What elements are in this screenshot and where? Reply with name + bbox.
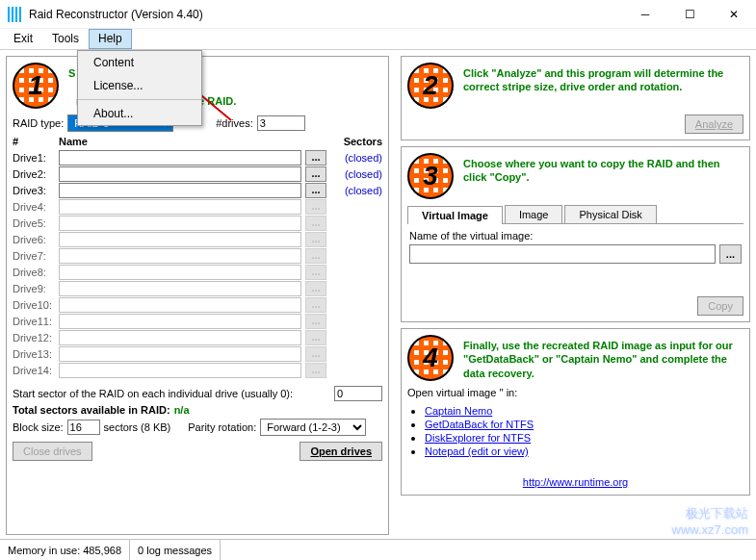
- tab-physical-disk[interactable]: Physical Disk: [564, 205, 656, 223]
- drive-browse-button: ...: [305, 232, 326, 247]
- help-about[interactable]: About...: [78, 102, 201, 125]
- step-1-circle: 1: [13, 63, 59, 109]
- drive-label: Drive9:: [13, 283, 59, 294]
- start-sector-label: Start sector of the RAID on each individ…: [13, 388, 330, 399]
- drive-sector-value: (closed): [330, 168, 382, 180]
- copy-button[interactable]: Copy: [697, 296, 743, 316]
- menu-tools[interactable]: Tools: [42, 29, 89, 49]
- drive-browse-button: ...: [305, 199, 326, 215]
- drive-label: Drive13:: [13, 348, 59, 360]
- col-sectors: Sectors: [330, 136, 382, 147]
- drive-name-input: [59, 330, 301, 345]
- drive-browse-button: ...: [305, 363, 326, 378]
- drive-browse-button: ...: [305, 314, 326, 329]
- drive-name-input: [59, 281, 301, 296]
- drive-name-input: [59, 297, 301, 313]
- drive-browse-button: ...: [305, 216, 326, 231]
- step-3-circle: 3: [407, 153, 454, 199]
- drive-sector-value: (closed): [330, 152, 382, 164]
- drive-name-input: [59, 314, 301, 329]
- drive-browse-button[interactable]: ...: [305, 166, 326, 182]
- link-getdataback[interactable]: GetDataBack for NTFS: [425, 419, 743, 430]
- drive-label: Drive7:: [13, 250, 59, 262]
- drive-row: Drive2:...(closed): [13, 165, 382, 182]
- drive-row: Drive7:...: [13, 247, 382, 264]
- step-2-circle: 2: [407, 63, 454, 109]
- window-title: Raid Reconstructor (Version 4.40): [29, 8, 623, 21]
- drive-row: Drive8:...: [13, 264, 382, 280]
- parity-rotation-label: Parity rotation:: [188, 421, 256, 433]
- drive-browse-button: ...: [305, 346, 326, 362]
- total-sectors-value: n/a: [174, 404, 190, 416]
- separator: [78, 99, 201, 100]
- app-icon: [8, 7, 23, 22]
- link-runtime[interactable]: http://www.runtime.org: [407, 476, 743, 488]
- step-4-text: Finally, use the recreated RAID image as…: [463, 335, 743, 381]
- menubar: Exit Tools Help: [0, 29, 756, 50]
- drive-name-input[interactable]: [59, 183, 301, 198]
- drive-label: Drive14:: [13, 365, 59, 376]
- help-license[interactable]: License...: [78, 74, 201, 97]
- drive-name-input[interactable]: [59, 150, 301, 165]
- start-sector-input[interactable]: [334, 386, 382, 401]
- drive-name-input: [59, 346, 301, 362]
- drive-name-input: [59, 265, 301, 280]
- block-size-label: Block size:: [13, 421, 64, 433]
- link-captain-nemo[interactable]: Captain Nemo: [425, 405, 743, 417]
- virtual-image-input[interactable]: [409, 244, 716, 264]
- drive-row: Drive10:...: [13, 296, 382, 313]
- titlebar: Raid Reconstructor (Version 4.40) ─ ☐ ✕: [0, 0, 756, 29]
- drive-label: Drive4:: [13, 201, 59, 213]
- drive-label: Drive1:: [13, 152, 59, 164]
- drives-count-input[interactable]: [257, 115, 305, 131]
- status-log: 0 log messages: [130, 540, 221, 560]
- drive-browse-button: ...: [305, 297, 326, 313]
- drive-label: Drive10:: [13, 299, 59, 311]
- virtual-image-browse-button[interactable]: ...: [719, 244, 742, 264]
- menu-help[interactable]: Help: [89, 29, 132, 49]
- drive-browse-button: ...: [305, 265, 326, 280]
- menu-exit[interactable]: Exit: [4, 29, 42, 49]
- total-sectors-label: Total sectors available in RAID:: [13, 404, 170, 416]
- drive-label: Drive12:: [13, 332, 59, 344]
- drive-row: Drive5:...: [13, 215, 382, 231]
- drive-label: Drive5:: [13, 217, 59, 229]
- virtual-image-label: Name of the virtual image:: [409, 230, 742, 242]
- link-notepad[interactable]: Notepad (edit or view): [425, 445, 743, 457]
- help-content[interactable]: Content: [78, 51, 201, 74]
- step-4-circle: 4: [407, 335, 454, 381]
- drive-row: Drive13:...: [13, 345, 382, 362]
- link-diskexplorer[interactable]: DiskExplorer for NTFS: [425, 432, 743, 444]
- drive-label: Drive2:: [13, 168, 59, 180]
- drive-row: Drive11:...: [13, 313, 382, 329]
- tab-image[interactable]: Image: [505, 205, 563, 223]
- tab-virtual-image[interactable]: Virtual Image: [407, 206, 503, 224]
- drive-label: Drive8:: [13, 267, 59, 278]
- drive-browse-button[interactable]: ...: [305, 183, 326, 198]
- close-button[interactable]: ✕: [712, 0, 756, 29]
- minimize-button[interactable]: ─: [623, 0, 667, 29]
- col-num: #: [13, 136, 59, 147]
- drive-row: Drive4:...: [13, 198, 382, 215]
- analyze-button[interactable]: Analyze: [685, 115, 743, 134]
- drive-row: Drive9:...: [13, 280, 382, 296]
- drive-browse-button[interactable]: ...: [305, 150, 326, 165]
- close-drives-button[interactable]: Close drives: [13, 442, 92, 461]
- parity-rotation-select[interactable]: Forward (1-2-3): [260, 419, 366, 436]
- drive-browse-button: ...: [305, 248, 326, 264]
- drive-row: Drive3:...(closed): [13, 182, 382, 198]
- help-dropdown: Content License... About...: [77, 50, 202, 126]
- drive-name-input: [59, 216, 301, 231]
- drive-name-input: [59, 232, 301, 247]
- open-drives-button[interactable]: Open drives: [300, 442, 382, 461]
- drive-row: Drive1:...(closed): [13, 149, 382, 165]
- drive-browse-button: ...: [305, 330, 326, 345]
- drive-name-input: [59, 248, 301, 264]
- drive-label: Drive3:: [13, 185, 59, 196]
- block-size-input[interactable]: [67, 420, 100, 435]
- block-size-hint: sectors (8 KB): [104, 421, 171, 433]
- maximize-button[interactable]: ☐: [667, 0, 712, 29]
- drive-name-input: [59, 199, 301, 215]
- drive-name-input: [59, 363, 301, 378]
- drive-name-input[interactable]: [59, 166, 301, 182]
